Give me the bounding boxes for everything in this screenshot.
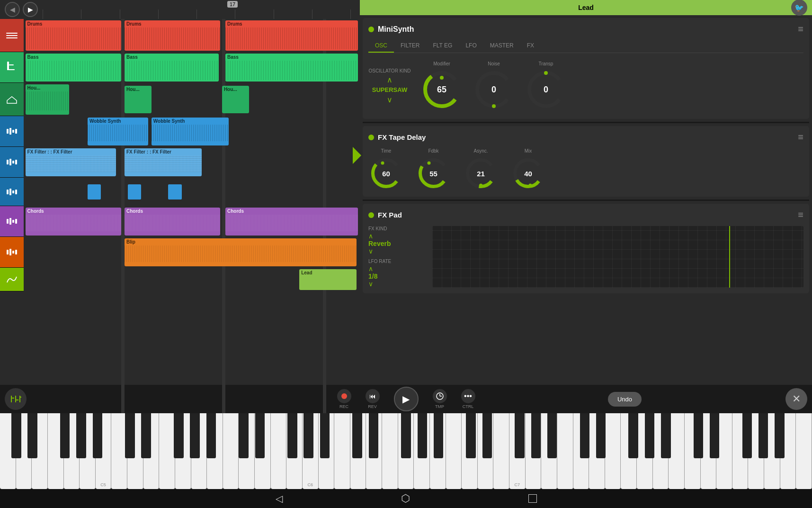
white-key[interactable]: [493, 413, 509, 489]
white-key[interactable]: [271, 413, 287, 489]
track-drums[interactable]: Drums Drums Drums: [24, 20, 360, 51]
white-key[interactable]: [557, 413, 573, 489]
white-key[interactable]: [223, 413, 239, 489]
black-key[interactable]: [125, 413, 135, 458]
segment-blueblock-3[interactable]: [168, 184, 181, 200]
tab-fx[interactable]: FX: [520, 39, 541, 53]
white-key[interactable]: [796, 413, 812, 489]
track-fxfilter[interactable]: FX Filter : : FX Filter FX Filter : : FX…: [24, 148, 360, 176]
mix-knob[interactable]: 40: [510, 155, 546, 191]
segment-wobble-2[interactable]: Wobble Synth: [152, 118, 229, 145]
black-key[interactable]: [418, 413, 428, 458]
black-key[interactable]: [580, 413, 590, 458]
play-button-top[interactable]: ▶: [23, 2, 38, 17]
fx-pad-grid[interactable]: [432, 226, 803, 288]
segment-blueblock-1[interactable]: [88, 184, 101, 200]
track-label-blip[interactable]: [0, 237, 24, 268]
segment-blip-1[interactable]: Blip: [125, 238, 357, 266]
track-label-wobble[interactable]: [0, 116, 24, 147]
black-key[interactable]: [466, 413, 476, 458]
tab-flt-eg[interactable]: FLT EG: [426, 39, 459, 53]
white-key[interactable]: [382, 413, 398, 489]
time-knob[interactable]: 60: [368, 155, 404, 191]
mixer-button[interactable]: [5, 388, 27, 410]
track-chords[interactable]: Chords Chords Chords: [24, 208, 360, 236]
rev-button[interactable]: ⏮ REV: [366, 389, 380, 409]
piano-keyboard[interactable]: C5 C6 C7: [0, 413, 812, 489]
close-button[interactable]: ✕: [785, 388, 807, 410]
track-bass[interactable]: Bass Bass Bass: [24, 54, 360, 82]
lfo-rate-up[interactable]: ∧: [368, 265, 425, 272]
play-button[interactable]: ▶: [394, 387, 419, 411]
segment-drums-3[interactable]: Drums: [225, 20, 358, 51]
track-label-chords[interactable]: [0, 206, 24, 237]
segment-blueblock-2[interactable]: [128, 184, 141, 200]
black-key[interactable]: [303, 413, 313, 458]
black-key[interactable]: [482, 413, 492, 458]
black-key[interactable]: [60, 413, 70, 458]
track-label-blueblocks[interactable]: [0, 178, 24, 206]
tab-osc[interactable]: OSC: [368, 39, 394, 53]
black-key[interactable]: [206, 413, 216, 458]
segment-fxfilter-2[interactable]: FX Filter : : FX Filter: [125, 148, 202, 176]
tab-lfo[interactable]: LFO: [459, 39, 483, 53]
tab-master[interactable]: MASTER: [483, 39, 520, 53]
black-key[interactable]: [515, 413, 525, 458]
track-wobble[interactable]: Wobble Synth Wobble Synth: [24, 118, 360, 145]
black-key[interactable]: [287, 413, 297, 458]
lead-header-icon[interactable]: 🐦: [791, 0, 807, 16]
black-key[interactable]: [710, 413, 720, 458]
segment-bass-1[interactable]: Bass: [26, 54, 121, 82]
ctrl-button[interactable]: ••• CTRL: [461, 389, 475, 409]
tab-filter[interactable]: FILTER: [394, 39, 426, 53]
track-blip[interactable]: Blip: [24, 238, 360, 266]
black-key[interactable]: [190, 413, 200, 458]
black-key[interactable]: [628, 413, 638, 458]
transport-controls[interactable]: ◀ ▶: [0, 2, 43, 17]
tmp-button[interactable]: TMP: [433, 389, 447, 409]
black-key[interactable]: [547, 413, 557, 458]
black-key[interactable]: [661, 413, 671, 458]
track-lead[interactable]: Lead: [24, 269, 360, 290]
black-key[interactable]: [93, 413, 103, 458]
black-key[interactable]: [255, 413, 265, 458]
rec-button[interactable]: REC: [337, 389, 351, 409]
minisynth-menu-icon[interactable]: ≡: [798, 24, 803, 35]
black-key[interactable]: [174, 413, 184, 458]
nav-home[interactable]: ⬡: [401, 492, 410, 505]
segment-fxfilter-1[interactable]: FX Filter : : FX Filter: [26, 148, 116, 176]
black-key[interactable]: [11, 413, 21, 458]
black-key[interactable]: [758, 413, 768, 458]
fx-tape-menu-icon[interactable]: ≡: [798, 132, 803, 143]
nav-back[interactable]: ◁: [276, 493, 283, 504]
segment-drums-1[interactable]: Drums: [26, 20, 121, 51]
black-key[interactable]: [141, 413, 151, 458]
osc-kind-up[interactable]: ∧: [387, 75, 393, 84]
white-key[interactable]: [334, 413, 350, 489]
black-key[interactable]: [742, 413, 752, 458]
white-key[interactable]: [159, 413, 175, 489]
undo-button[interactable]: Undo: [608, 392, 642, 407]
segment-drums-2[interactable]: Drums: [125, 20, 220, 51]
black-key[interactable]: [27, 413, 37, 458]
osc-kind-down[interactable]: ∨: [387, 95, 393, 104]
fx-kind-up[interactable]: ∧: [368, 232, 425, 240]
nav-recent[interactable]: [528, 494, 537, 503]
black-key[interactable]: [76, 413, 86, 458]
segment-lead-1[interactable]: Lead: [299, 269, 357, 290]
black-key[interactable]: [401, 413, 411, 458]
track-label-bass[interactable]: [0, 52, 24, 83]
async-knob[interactable]: 21: [463, 155, 499, 191]
black-key[interactable]: [239, 413, 249, 458]
black-key[interactable]: [775, 413, 785, 458]
track-label-fxfilter[interactable]: [0, 147, 24, 178]
black-key[interactable]: [369, 413, 379, 458]
segment-house-1[interactable]: Hou...: [26, 84, 69, 115]
modifier-knob[interactable]: 65: [420, 68, 463, 111]
segment-bass-2[interactable]: Bass: [125, 54, 219, 82]
segment-house-2[interactable]: Hou...: [125, 86, 152, 113]
black-key[interactable]: [645, 413, 655, 458]
segment-chords-1[interactable]: Chords: [26, 208, 121, 236]
black-key[interactable]: [694, 413, 704, 458]
track-label-drums[interactable]: [0, 19, 24, 52]
